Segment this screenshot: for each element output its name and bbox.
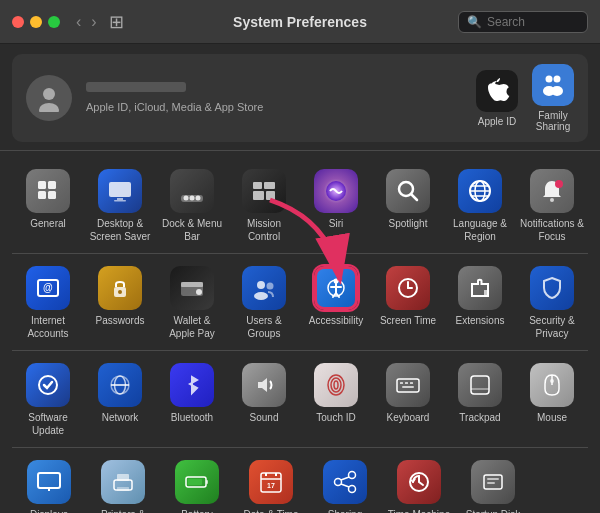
family-sharing-button[interactable]: FamilySharing <box>532 64 574 132</box>
svg-point-40 <box>267 283 274 290</box>
pref-item-mission[interactable]: Mission Control <box>228 161 300 249</box>
svg-rect-76 <box>188 479 202 485</box>
maximize-button[interactable] <box>48 16 60 28</box>
pref-item-notifications[interactable]: Notifications & Focus <box>516 161 588 249</box>
search-input[interactable] <box>487 15 579 29</box>
svg-rect-64 <box>471 376 489 394</box>
grid-button[interactable]: ⊞ <box>109 11 124 33</box>
svg-point-5 <box>551 86 563 96</box>
pref-item-wallet[interactable]: Wallet & Apple Pay <box>156 258 228 346</box>
svg-rect-61 <box>405 382 408 384</box>
forward-button[interactable]: › <box>87 11 100 33</box>
pref-item-passwords[interactable]: Passwords <box>84 258 156 346</box>
battery-icon <box>175 460 219 504</box>
desktop-label: Desktop & Screen Saver <box>88 218 152 243</box>
svg-rect-8 <box>38 191 46 199</box>
sound-label: Sound <box>250 412 279 425</box>
svg-rect-59 <box>397 379 419 392</box>
pref-item-datetime[interactable]: 17Date & Time <box>234 452 308 513</box>
trackpad-label: Trackpad <box>459 412 500 425</box>
pref-item-startup[interactable]: Startup Disk <box>456 452 530 513</box>
pref-item-language[interactable]: Language & Region <box>444 161 516 249</box>
svg-point-57 <box>331 378 341 392</box>
svg-rect-75 <box>206 480 208 484</box>
svg-rect-51 <box>484 290 487 295</box>
pref-item-software[interactable]: Software Update <box>12 355 84 443</box>
svg-point-0 <box>43 88 55 100</box>
pref-item-users[interactable]: Users & Groups <box>228 258 300 346</box>
pref-item-sharing[interactable]: Sharing <box>308 452 382 513</box>
search-box[interactable]: 🔍 <box>458 11 588 33</box>
svg-point-2 <box>546 76 553 83</box>
section-divider-3 <box>12 350 588 351</box>
svg-rect-68 <box>38 473 60 488</box>
svg-point-67 <box>550 379 554 383</box>
svg-text:@: @ <box>43 282 53 293</box>
sound-icon <box>242 363 286 407</box>
language-icon <box>458 169 502 213</box>
pref-item-security[interactable]: Security & Privacy <box>516 258 588 346</box>
pref-item-desktop[interactable]: Desktop & Screen Saver <box>84 161 156 249</box>
sharing-icon <box>323 460 367 504</box>
svg-point-1 <box>39 103 59 112</box>
pref-item-printers[interactable]: Printers & Scanners <box>86 452 160 513</box>
printers-label: Printers & Scanners <box>90 509 156 513</box>
back-button[interactable]: ‹ <box>72 11 85 33</box>
family-label: FamilySharing <box>536 110 570 132</box>
svg-point-30 <box>555 180 563 188</box>
mission-label: Mission Control <box>232 218 296 243</box>
svg-text:17: 17 <box>267 482 275 489</box>
software-label: Software Update <box>16 412 80 437</box>
pref-item-touchid[interactable]: Touch ID <box>300 355 372 443</box>
pref-item-internet[interactable]: @Internet Accounts <box>12 258 84 346</box>
pref-item-mouse[interactable]: Mouse <box>516 355 588 443</box>
svg-point-15 <box>190 196 195 201</box>
svg-point-16 <box>196 196 201 201</box>
pref-item-spotlight[interactable]: Spotlight <box>372 161 444 249</box>
close-button[interactable] <box>12 16 24 28</box>
pref-item-bluetooth[interactable]: Bluetooth <box>156 355 228 443</box>
svg-rect-12 <box>114 200 126 202</box>
user-info: Apple ID, iCloud, Media & App Store <box>86 82 462 115</box>
pref-item-battery[interactable]: Battery <box>160 452 234 513</box>
pref-item-accessibility[interactable]: Accessibility <box>300 258 372 346</box>
user-name-placeholder <box>86 82 186 92</box>
internet-icon: @ <box>26 266 70 310</box>
wallet-icon <box>170 266 214 310</box>
accessibility-label: Accessibility <box>309 315 363 328</box>
pref-item-displays[interactable]: Displays <box>12 452 86 513</box>
pref-item-dock[interactable]: Dock & Menu Bar <box>156 161 228 249</box>
svg-rect-62 <box>410 382 413 384</box>
svg-point-84 <box>349 486 356 493</box>
pref-item-sound[interactable]: Sound <box>228 355 300 443</box>
svg-rect-18 <box>264 182 275 189</box>
grid-row-3: DisplaysPrinters & ScannersBattery17Date… <box>12 452 588 513</box>
bluetooth-label: Bluetooth <box>171 412 213 425</box>
pref-item-extensions[interactable]: Extensions <box>444 258 516 346</box>
svg-rect-60 <box>400 382 403 384</box>
section-divider-1 <box>0 150 600 151</box>
software-icon <box>26 363 70 407</box>
svg-rect-73 <box>117 487 129 491</box>
touchid-label: Touch ID <box>316 412 355 425</box>
spotlight-label: Spotlight <box>389 218 428 231</box>
startup-label: Startup Disk <box>466 509 520 513</box>
pref-item-timemachine[interactable]: Time Machine <box>382 452 456 513</box>
pref-item-keyboard[interactable]: Keyboard <box>372 355 444 443</box>
svg-line-86 <box>341 484 349 487</box>
minimize-button[interactable] <box>30 16 42 28</box>
pref-item-siri[interactable]: Siri <box>300 161 372 249</box>
pref-item-screentime[interactable]: Screen Time <box>372 258 444 346</box>
pref-item-trackpad[interactable]: Trackpad <box>444 355 516 443</box>
timemachine-label: Time Machine <box>388 509 450 513</box>
spotlight-icon <box>386 169 430 213</box>
apple-id-section[interactable]: Apple ID, iCloud, Media & App Store Appl… <box>12 54 588 142</box>
siri-icon <box>314 169 358 213</box>
notifications-label: Notifications & Focus <box>520 218 584 243</box>
pref-item-network[interactable]: Network <box>84 355 156 443</box>
users-label: Users & Groups <box>232 315 296 340</box>
apple-id-label: Apple ID <box>478 116 516 127</box>
prefs-grid: GeneralDesktop & Screen SaverDock & Menu… <box>0 155 600 513</box>
apple-id-button[interactable]: Apple ID <box>476 70 518 127</box>
pref-item-general[interactable]: General <box>12 161 84 249</box>
